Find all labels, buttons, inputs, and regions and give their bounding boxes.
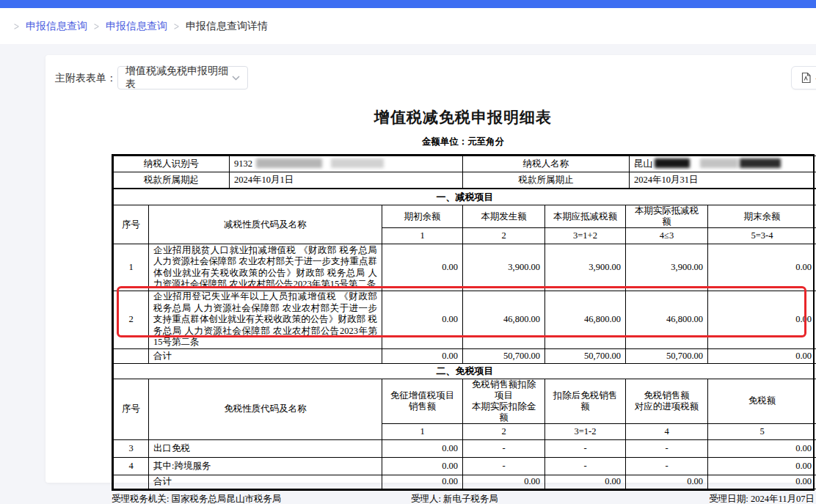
period-start-label: 税款所属期起	[114, 172, 230, 189]
row-value: 0.00	[708, 291, 816, 349]
total-value: 0.00	[626, 475, 708, 489]
row-no: 4	[114, 457, 149, 475]
acceptance-date: 受理日期: 2024年11月07日	[709, 493, 815, 504]
total-value: 50,700.00	[463, 348, 545, 363]
col-header: 本期应抵减税额	[545, 205, 626, 228]
col-subheader: 2	[463, 423, 545, 439]
col-header: 本期实际抵减税额	[626, 205, 708, 228]
row-value: 46,800.00	[545, 291, 626, 349]
section-1-title: 一、减税项目	[114, 189, 816, 205]
row-no: 1	[114, 244, 149, 291]
col-header: 免税额	[708, 379, 816, 423]
col-subheader: 5=3-4	[708, 228, 816, 244]
row-value: -	[545, 439, 626, 457]
row-name: 企业招用登记失业半年以上人员扣减增值税 《财政部 税务总局 人力资源社会保障部 …	[149, 291, 382, 349]
accepting-authority: 受理税务机关: 国家税务总局昆山市税务局	[112, 493, 282, 504]
redacted-block	[655, 158, 690, 168]
row-name: 其中:跨境服务	[149, 457, 382, 475]
section-2-title-row: 二、免税项目	[114, 363, 816, 379]
col-subheader: 4	[626, 423, 708, 439]
total-value: 50,700.00	[626, 348, 708, 363]
col-subheader: 3=1+2	[545, 228, 626, 244]
table-row: 税款所属期起 2024年10月1日 税款所属期止 2024年10月31日	[114, 172, 816, 189]
col-header: 期初余额	[382, 205, 463, 228]
col-subheader: 4≤3	[626, 228, 708, 244]
total-label: 合计	[149, 475, 382, 489]
table-row: 纳税人识别号 9132 纳税人名称 昆山	[114, 156, 816, 172]
acceptor: 受理人: 新电子税务局	[411, 493, 498, 504]
declaration-table: 纳税人识别号 9132 纳税人名称 昆山 税款所属期起 2024年10月1日 税…	[112, 154, 815, 491]
row-value: 0.00	[382, 244, 463, 291]
section-1-title-row: 一、减税项目	[114, 189, 816, 205]
content-panel: 主附表表单： 增值税减免税申报明细表 导 增值税减免税申报明细表 金额单位：元至…	[45, 55, 816, 483]
taxpayer-name-prefix: 昆山	[634, 158, 652, 169]
total-value: 0.00	[708, 475, 816, 489]
row-value: 46,800.00	[626, 291, 708, 349]
row-value: -	[463, 457, 545, 475]
col-subheader: 2	[463, 228, 545, 244]
col-subheader: 1	[382, 228, 463, 244]
period-end-label: 税款所属期止	[463, 172, 630, 189]
row-value: 0.00	[382, 439, 463, 457]
chevron-right-icon: >	[94, 20, 99, 32]
col-header: 免征增值税项目 销售额	[382, 379, 463, 423]
taxpayer-id-value: 9132	[230, 156, 463, 172]
form-select-value: 增值税减免税申报明细表	[125, 65, 232, 91]
row-value: -	[626, 457, 708, 475]
total-value: 0.00	[382, 475, 463, 489]
taxpayer-id-prefix: 9132	[234, 158, 252, 169]
row-name: 企业招用脱贫人口就业扣减增值税 《财政部 税务总局 人力资源社会保障部 农业农村…	[149, 244, 382, 291]
col-header-no: 序号	[114, 205, 149, 244]
col-header: 期末余额	[708, 205, 816, 228]
row-value: 0.00	[708, 244, 816, 291]
table-row: 4 其中:跨境服务 0.00 - - - 0.00	[114, 457, 816, 475]
section-1-total-row: 合计 0.00 50,700.00 50,700.00 50,700.00 0.…	[114, 348, 816, 363]
section-2-header-row: 序号 免税性质代码及名称 免征增值税项目 销售额 免税销售额扣除项目 本期实际扣…	[114, 379, 816, 423]
total-value: 0.00	[382, 348, 463, 363]
export-pdf-button[interactable]: 导	[791, 66, 816, 90]
breadcrumb: > 申报信息查询 > 申报信息查询 > 申报信息查询详情	[0, 8, 816, 44]
row-value: 3,900.00	[545, 244, 626, 291]
col-header-name: 免税性质代码及名称	[149, 379, 382, 439]
row-value: 46,800.00	[463, 291, 545, 349]
form-select-label: 主附表表单：	[55, 66, 117, 90]
breadcrumb-item-query-2[interactable]: 申报信息查询	[106, 20, 167, 33]
declaration-document: 增值税减免税申报明细表 金额单位：元至角分 纳税人识别号 9132 纳税人名称 …	[112, 106, 815, 504]
col-header-name: 减税性质代码及名称	[149, 205, 382, 244]
taxpayer-name-label: 纳税人名称	[463, 156, 630, 172]
redacted-block	[740, 158, 781, 168]
top-accent-bar	[0, 0, 816, 8]
breadcrumb-item-query-1[interactable]: 申报信息查询	[26, 20, 87, 33]
chevron-right-icon: >	[14, 20, 19, 32]
items-table: 一、减税项目 序号 减税性质代码及名称 期初余额 本期发生额 本期应抵减税额 本…	[113, 189, 816, 489]
row-value: 0.00	[382, 457, 463, 475]
period-end-value: 2024年10月31日	[630, 172, 816, 189]
total-value: 0.00	[463, 475, 545, 489]
taxpayer-id-label: 纳税人识别号	[114, 156, 230, 172]
row-value: 3,900.00	[626, 244, 708, 291]
chevron-down-icon	[232, 76, 240, 81]
form-type-select[interactable]: 增值税减免税申报明细表	[117, 66, 248, 90]
col-header-no: 序号	[114, 379, 149, 439]
row-value: -	[463, 439, 545, 457]
taxpayer-name-value: 昆山	[630, 156, 816, 172]
table-row: 3 出口免税 0.00 - - - 0.00	[114, 439, 816, 457]
row-name: 出口免税	[149, 439, 382, 457]
col-subheader: 1	[382, 423, 463, 439]
section-2-title: 二、免税项目	[114, 363, 816, 379]
row-value: 3,900.00	[463, 244, 545, 291]
redacted-block	[256, 158, 322, 168]
section-2-total-row: 合计 0.00 0.00 0.00 0.00 0.00	[114, 475, 816, 489]
total-value: 0.00	[708, 348, 816, 363]
empty-cell	[114, 348, 149, 363]
col-header: 扣除后免税销售额	[545, 379, 626, 423]
table-row: 1 企业招用脱贫人口就业扣减增值税 《财政部 税务总局 人力资源社会保障部 农业…	[114, 244, 816, 291]
col-header: 免税销售额扣除项目 本期实际扣除金额	[463, 379, 545, 423]
breadcrumb-item-current: 申报信息查询详情	[186, 20, 268, 33]
row-no: 2	[114, 291, 149, 349]
document-title: 增值税减免税申报明细表	[112, 106, 815, 128]
redacted-block	[700, 158, 738, 168]
empty-cell	[114, 475, 149, 489]
row-value: 0.00	[708, 457, 816, 475]
row-value: 0.00	[382, 291, 463, 349]
